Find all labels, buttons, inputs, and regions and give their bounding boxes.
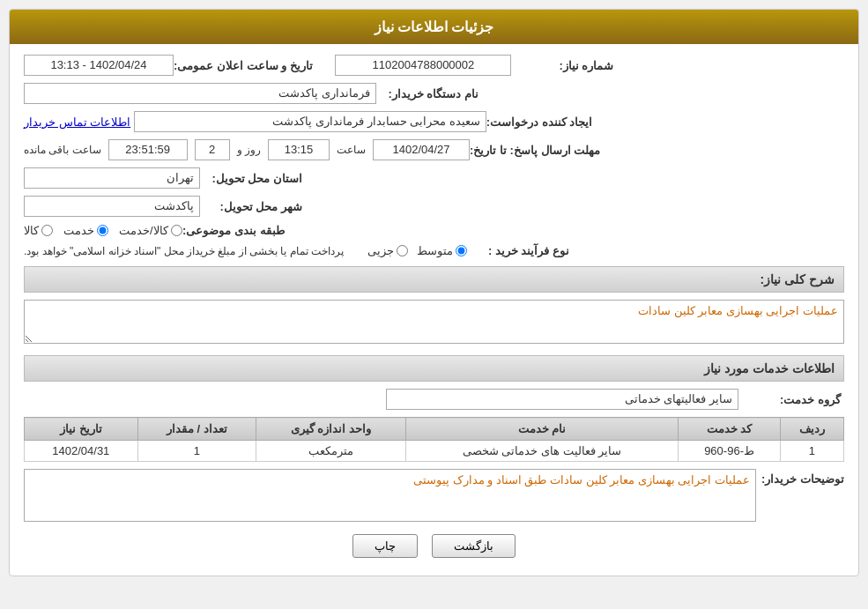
buyer-station-label: نام دستگاه خریدار: bbox=[376, 87, 482, 100]
city-label: شهر محل تحویل: bbox=[200, 200, 306, 213]
cell-row-num: 1 bbox=[780, 441, 843, 462]
buyer-desc-box: عملیات اجرایی بهسازی معابر کلین سادات طب… bbox=[24, 469, 756, 522]
services-table-container: ردیف کد خدمت نام خدمت واحد اندازه گیری ت… bbox=[24, 417, 844, 462]
col-unit: واحد اندازه گیری bbox=[256, 418, 406, 441]
need-number-value: 1102004788000002 bbox=[335, 55, 511, 76]
saet-baqi-label: ساعت باقی مانده bbox=[24, 144, 101, 156]
col-quantity: تعداد / مقدار bbox=[137, 418, 256, 441]
category-goods-item: کالا bbox=[24, 224, 53, 237]
send-day-value: 2 bbox=[195, 139, 230, 160]
category-goods-service-item: کالا/خدمت bbox=[119, 224, 182, 237]
footer-buttons: بازگشت چاپ bbox=[24, 534, 844, 558]
row-need-number: شماره نیاز: 1102004788000002 تاریخ و ساع… bbox=[24, 55, 844, 76]
public-announce-label: تاریخ و ساعت اعلان عمومی: bbox=[174, 59, 316, 72]
category-service-radio[interactable] bbox=[97, 225, 108, 236]
category-goods-service-label: کالا/خدمت bbox=[119, 224, 168, 237]
public-announce-value: 1402/04/24 - 13:13 bbox=[24, 55, 174, 76]
main-card: جزئیات اطلاعات نیاز شماره نیاز: 11020047… bbox=[9, 9, 859, 576]
need-description-header: شرح کلی نیاز: bbox=[24, 266, 844, 293]
col-need-date: تاریخ نیاز bbox=[25, 418, 138, 441]
saet-label: ساعت bbox=[337, 144, 366, 156]
purchase-medium-radio[interactable] bbox=[456, 245, 467, 256]
row-purchase-type: نوع فرآیند خرید : متوسط جزیی پرداخت تمام… bbox=[24, 244, 844, 257]
category-service-item: خدمت bbox=[63, 224, 108, 237]
city-value: پاکدشت bbox=[24, 196, 200, 217]
purchase-partial-radio[interactable] bbox=[397, 245, 408, 256]
row-city: شهر محل تحویل: پاکدشت bbox=[24, 196, 844, 217]
page-title: جزئیات اطلاعات نیاز bbox=[375, 19, 494, 34]
creator-value: سعیده محرابی حسابدار فرمانداری پاکدشت bbox=[134, 111, 486, 132]
category-service-label: خدمت bbox=[63, 224, 94, 237]
send-remaining-value: 23:51:59 bbox=[108, 139, 188, 160]
card-body: شماره نیاز: 1102004788000002 تاریخ و ساع… bbox=[10, 44, 858, 576]
rooz-label: روز و bbox=[237, 144, 261, 156]
category-radio-group: کالا/خدمت خدمت کالا bbox=[24, 224, 182, 237]
category-label: طبقه بندی موضوعی: bbox=[182, 224, 288, 237]
page-container: جزئیات اطلاعات نیاز شماره نیاز: 11020047… bbox=[0, 0, 868, 609]
print-button[interactable]: چاپ bbox=[352, 534, 418, 558]
table-header-row: ردیف کد خدمت نام خدمت واحد اندازه گیری ت… bbox=[25, 418, 844, 441]
purchase-row: متوسط جزیی پرداخت تمام یا بخشی از مبلغ خ… bbox=[24, 244, 467, 257]
buyer-desc-label: توضیحات خریدار: bbox=[761, 469, 844, 486]
col-row-num: ردیف bbox=[780, 418, 843, 441]
row-creator: ایجاد کننده درخواست: سعیده محرابی حسابدا… bbox=[24, 111, 844, 132]
back-button[interactable]: بازگشت bbox=[432, 534, 516, 558]
cell-unit: مترمکعب bbox=[256, 441, 406, 462]
cell-service-name: سایر فعالیت های خدماتی شخصی bbox=[405, 441, 678, 462]
buyer-station-value: فرمانداری پاکدشت bbox=[24, 83, 376, 104]
col-service-name: نام خدمت bbox=[405, 418, 678, 441]
purchase-partial-label: جزیی bbox=[367, 244, 394, 257]
cell-quantity: 1 bbox=[137, 441, 256, 462]
cell-need-date: 1402/04/31 bbox=[25, 441, 138, 462]
contact-link[interactable]: اطلاعات تماس خریدار bbox=[24, 115, 130, 129]
category-goods-service-radio[interactable] bbox=[171, 225, 182, 236]
service-group-value: سایر فعالیتهای خدماتی bbox=[386, 389, 738, 410]
send-time-label: مهلت ارسال پاسخ: تا تاریخ: bbox=[470, 144, 604, 157]
purchase-partial-item: جزیی bbox=[367, 244, 408, 257]
province-label: استان محل تحویل: bbox=[200, 172, 306, 185]
col-service-code: کد خدمت bbox=[679, 418, 781, 441]
row-send-time: مهلت ارسال پاسخ: تا تاریخ: 1402/04/27 سا… bbox=[24, 139, 844, 160]
need-description-textarea[interactable] bbox=[24, 300, 844, 344]
category-goods-label: کالا bbox=[24, 224, 39, 237]
send-time-value: 13:15 bbox=[268, 139, 330, 160]
province-value: تهران bbox=[24, 167, 200, 189]
time-row: 1402/04/27 ساعت 13:15 روز و 2 23:51:59 س… bbox=[24, 139, 470, 160]
row-province: استان محل تحویل: تهران bbox=[24, 167, 844, 189]
cell-service-code: ط-96-960 bbox=[679, 441, 781, 462]
need-number-label: شماره نیاز: bbox=[511, 59, 617, 72]
services-section-header: اطلاعات خدمات مورد نیاز bbox=[24, 355, 844, 382]
card-header: جزئیات اطلاعات نیاز bbox=[10, 10, 858, 44]
row-buyer-station: نام دستگاه خریدار: فرمانداری پاکدشت bbox=[24, 83, 844, 104]
need-description-section: شرح کلی نیاز: bbox=[24, 266, 844, 346]
purchase-notice: پرداخت تمام یا بخشی از مبلغ خریداز محل "… bbox=[24, 245, 344, 257]
row-category: طبقه بندی موضوعی: کالا/خدمت خدمت کالا bbox=[24, 224, 844, 237]
table-row: 1 ط-96-960 سایر فعالیت های خدماتی شخصی م… bbox=[25, 441, 844, 462]
services-table: ردیف کد خدمت نام خدمت واحد اندازه گیری ت… bbox=[24, 417, 844, 462]
purchase-medium-label: متوسط bbox=[417, 244, 453, 257]
service-group-row: گروه خدمت: سایر فعالیتهای خدماتی bbox=[24, 389, 844, 410]
send-date-value: 1402/04/27 bbox=[373, 139, 470, 160]
buyer-description-section: توضیحات خریدار: عملیات اجرایی بهسازی معا… bbox=[24, 469, 844, 522]
service-group-label: گروه خدمت: bbox=[738, 393, 844, 406]
purchase-medium-item: متوسط bbox=[417, 244, 467, 257]
creator-label: ایجاد کننده درخواست: bbox=[486, 115, 597, 129]
purchase-type-label: نوع فرآیند خرید : bbox=[467, 244, 573, 257]
category-goods-radio[interactable] bbox=[41, 225, 53, 236]
